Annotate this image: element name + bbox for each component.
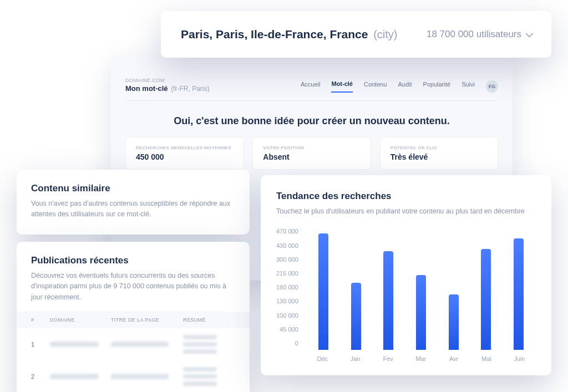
- dashboard-nav: Accueil Mot-clé Contenu Audit Popularité…: [301, 80, 498, 93]
- dashboard-header: DOMAINE.COM Mon mot-clé (fr-FR, Paris) A…: [125, 67, 498, 101]
- chevron-down-icon: [525, 30, 533, 38]
- chart-bar: [481, 249, 491, 350]
- x-tick: Fev: [372, 355, 404, 362]
- users-count-label: 18 700 000 utilisateurs: [427, 29, 521, 40]
- table-header-row: # DOMAINE TITRE DE LA PAGE RÉSUMÉ: [17, 312, 250, 328]
- card-desc: Vous n'avez pas d'autres contenus suscep…: [31, 198, 235, 220]
- keyword-title: Mon mot-clé (fr-FR, Paris): [125, 84, 210, 93]
- chart-bars: [306, 228, 536, 350]
- chart-bar: [449, 294, 459, 350]
- chart-bar: [351, 283, 361, 350]
- chart-bar: [383, 251, 393, 350]
- row-index: 2: [31, 373, 50, 380]
- y-tick: 300 000: [276, 256, 298, 263]
- y-tick: 100 000: [276, 312, 298, 319]
- card-title: Tendance des recherches: [276, 191, 536, 202]
- col-domain: DOMAINE: [50, 317, 111, 323]
- x-tick: Avr: [437, 355, 470, 362]
- stat-position: VOTRE POSITION Absent: [252, 137, 371, 170]
- publications-card: Publications récentes Découvrez vos éven…: [17, 242, 250, 392]
- chart-x-axis: DécJanFevMarAvrMaiJuin: [306, 350, 536, 362]
- users-dropdown[interactable]: 18 700 000 utilisateurs: [427, 29, 531, 40]
- x-tick: Jan: [339, 355, 372, 362]
- y-tick: 45 000: [276, 326, 298, 333]
- stat-label: VOTRE POSITION: [263, 145, 360, 150]
- y-tick: 215 000: [276, 270, 298, 277]
- row-title: [111, 342, 183, 347]
- col-summary: RÉSUMÉ: [183, 317, 235, 323]
- y-tick: 130 000: [276, 298, 298, 304]
- headline: Oui, c'est une bonne idée pour créer un …: [125, 115, 498, 127]
- similar-content-card: Contenu similaire Vous n'avez pas d'autr…: [17, 170, 250, 235]
- tab-motcle[interactable]: Mot-clé: [331, 80, 353, 93]
- domain-label: DOMAINE.COM: [125, 78, 210, 83]
- stat-potential: POTENTIEL DE CLIC Très élevé: [380, 137, 498, 170]
- table-row[interactable]: 1: [17, 328, 250, 360]
- stat-label: POTENTIEL DE CLIC: [390, 145, 488, 150]
- row-domain: [50, 342, 111, 347]
- row-summary: [183, 335, 235, 354]
- y-tick: 0: [276, 340, 298, 347]
- chart-bar: [514, 238, 524, 350]
- card-title: Contenu similaire: [31, 183, 235, 194]
- chart-bar: [318, 233, 328, 350]
- card-title: Publications récentes: [31, 255, 235, 266]
- location-name: Paris, Paris, Ile-de-France, France (cit…: [181, 28, 398, 41]
- publications-table: # DOMAINE TITRE DE LA PAGE RÉSUMÉ 1 2: [17, 312, 250, 392]
- y-tick: 470 000: [276, 228, 298, 235]
- tab-audit[interactable]: Audit: [398, 81, 412, 92]
- stat-searches: RECHERCHES MENSUELLES MOYENNES 450 000: [125, 137, 244, 170]
- tab-popularite[interactable]: Popularité: [423, 81, 451, 92]
- row-index: 1: [31, 341, 50, 348]
- trend-card: Tendance des recherches Touchez le plus …: [261, 175, 551, 375]
- stat-value: Absent: [263, 152, 360, 161]
- x-tick: Juin: [503, 355, 536, 362]
- tab-contenu[interactable]: Contenu: [364, 81, 387, 92]
- stat-value: Très élevé: [390, 152, 488, 161]
- x-tick: Mai: [470, 355, 503, 362]
- keyword-meta: (fr-FR, Paris): [171, 85, 209, 93]
- stats-row: RECHERCHES MENSUELLES MOYENNES 450 000 V…: [125, 137, 498, 170]
- y-tick: 180 000: [276, 284, 298, 291]
- chart-plot: DécJanFevMarAvrMaiJuin: [306, 228, 536, 362]
- chart-y-axis: 470 000 430 000 300 000 215 000 180 000 …: [276, 228, 306, 362]
- chart: 470 000 430 000 300 000 215 000 180 000 …: [276, 228, 536, 362]
- col-num: #: [31, 317, 50, 323]
- location-text: Paris, Paris, Ile-de-France, France: [181, 28, 368, 40]
- x-tick: Déc: [306, 355, 339, 362]
- stat-label: RECHERCHES MENSUELLES MOYENNES: [136, 145, 233, 150]
- row-summary: [183, 367, 235, 386]
- keyword-text: Mon mot-clé: [125, 84, 168, 93]
- card-desc: Découvrez vos éventuels futurs concurren…: [31, 271, 235, 303]
- dashboard-title-block: DOMAINE.COM Mon mot-clé (fr-FR, Paris): [125, 78, 210, 93]
- row-domain: [50, 374, 111, 379]
- col-page-title: TITRE DE LA PAGE: [111, 317, 183, 323]
- row-title: [111, 374, 183, 379]
- stat-value: 450 000: [136, 152, 233, 161]
- location-type: (city): [373, 28, 397, 40]
- card-desc: Touchez le plus d'utilisateurs en publia…: [276, 206, 536, 217]
- x-tick: Mar: [404, 355, 437, 362]
- table-row[interactable]: 2: [17, 360, 250, 392]
- tab-suivi[interactable]: Suivi: [462, 81, 475, 92]
- location-bar[interactable]: Paris, Paris, Ile-de-France, France (cit…: [161, 11, 551, 58]
- tab-accueil[interactable]: Accueil: [301, 81, 320, 92]
- y-tick: 430 000: [276, 242, 298, 249]
- avatar[interactable]: FG: [486, 80, 498, 93]
- chart-bar: [416, 275, 426, 350]
